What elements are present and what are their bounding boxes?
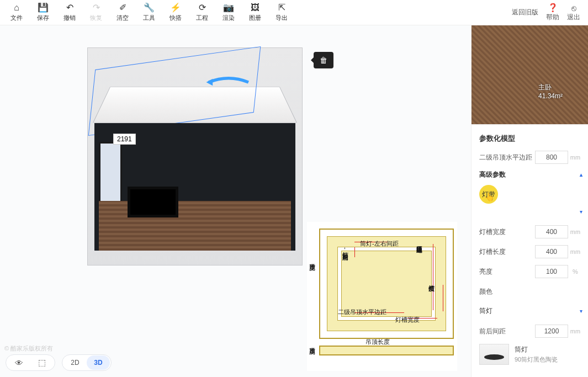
- 3d-canvas[interactable]: 2191 🗑 吊顶宽度 筒灯-左右间距 筒灯-前后间距 二级吊顶水平边距 二级吊…: [0, 25, 471, 377]
- downlight-thumb-row[interactable]: 筒灯 90筒灯黑色陶瓷: [479, 344, 582, 365]
- exit-button[interactable]: ⎋退出: [567, 3, 580, 22]
- exit-icon: ⎋: [571, 3, 576, 13]
- back-old-version-link[interactable]: 返回旧版: [512, 8, 538, 17]
- cube-toggle[interactable]: ⬚: [30, 355, 54, 370]
- album-button[interactable]: 🖼图册: [242, 1, 268, 24]
- chevron-down-icon: ▾: [580, 209, 582, 215]
- slot-width-label: 灯槽宽度: [479, 227, 535, 237]
- help-button[interactable]: ❓帮助: [546, 3, 559, 22]
- fb-spacing-label: 前后间距: [479, 327, 535, 336]
- save-icon: 💾: [38, 3, 49, 13]
- export-button[interactable]: ⇱导出: [268, 1, 295, 24]
- bolt-icon: ⚡: [170, 3, 181, 13]
- view-controls: 👁 ⬚ 2D 3D: [6, 354, 112, 371]
- unit-mm: mm: [568, 154, 582, 161]
- dia-label-lr: 筒灯-左右间距: [360, 240, 399, 248]
- quickbuild-button[interactable]: ⚡快搭: [162, 1, 189, 24]
- eye-toggle[interactable]: 👁: [7, 355, 30, 370]
- thumb-title: 筒灯: [515, 345, 558, 354]
- top-toolbar: ⌂文件 💾保存 ↶撤销 ↷恢复 ✐清空 🔧工具 ⚡快搭 ⟳工程 📷渲染 🖼图册 …: [0, 0, 588, 25]
- export-icon: ⇱: [278, 3, 285, 13]
- downlight-dropdown[interactable]: 筒灯▾: [479, 303, 582, 318]
- redo-icon: ↷: [93, 3, 100, 13]
- room-name: 主卧: [538, 83, 552, 91]
- ceiling-diagram: 吊顶宽度 筒灯-左右间距 筒灯-前后间距 二级吊顶水平边距 二级吊顶竖直边距 灯…: [307, 222, 457, 371]
- render-button[interactable]: 📷渲染: [215, 1, 242, 24]
- param-hmargin-input[interactable]: [535, 151, 568, 164]
- lightstrip-badge[interactable]: 灯带: [479, 185, 498, 204]
- watermark: © 酷家乐版权所有: [4, 344, 53, 353]
- slot-length-label: 灯槽长度: [479, 247, 535, 257]
- properties-panel: ▢ 主卧41.34m² 参数化模型 二级吊顶水平边距 mm 高级参数▴ 灯带 👆…: [471, 25, 588, 377]
- view-2d-button[interactable]: 2D: [63, 355, 87, 370]
- dimension-label[interactable]: 2191: [113, 134, 136, 145]
- brightness-label: 亮度: [479, 267, 535, 277]
- floorplan-minimap[interactable]: ▢ 主卧41.34m²: [472, 25, 588, 125]
- fb-spacing-input[interactable]: [535, 325, 568, 338]
- dia-label-fb: 筒灯-前后间距: [341, 247, 349, 249]
- redo-button[interactable]: ↷恢复: [83, 1, 109, 24]
- dia-label-hmargin: 二级吊顶水平边距: [338, 308, 386, 316]
- window: [99, 142, 122, 208]
- cube-icon: ⬚: [38, 358, 46, 368]
- dia-label-slotw: 灯槽宽度: [395, 316, 420, 324]
- slot-width-input[interactable]: [535, 225, 568, 238]
- undo-button[interactable]: ↶撤销: [56, 1, 83, 24]
- camera-icon: 📷: [223, 3, 234, 13]
- project-button[interactable]: ⟳工程: [189, 1, 215, 24]
- home-icon: ⌂: [14, 3, 19, 13]
- file-button[interactable]: ⌂文件: [3, 1, 30, 24]
- slot-length-input[interactable]: [535, 245, 568, 258]
- clear-button[interactable]: ✐清空: [109, 1, 136, 24]
- ceiling-selection-box[interactable]: [88, 46, 261, 136]
- color-label: 颜色: [479, 287, 582, 296]
- room-area: 41.34m²: [538, 92, 563, 100]
- chevron-up-icon: ▴: [580, 172, 582, 178]
- save-button[interactable]: 💾保存: [30, 1, 56, 24]
- panel-title: 参数化模型: [479, 134, 582, 144]
- image-icon: 🖼: [251, 3, 259, 13]
- param-hmargin-label: 二级吊顶水平边距: [479, 153, 535, 162]
- refresh-icon: ⟳: [199, 3, 206, 13]
- advanced-params-header[interactable]: 高级参数▴: [479, 170, 582, 179]
- wrench-icon: 🔧: [144, 3, 155, 13]
- question-icon: ❓: [548, 3, 558, 13]
- trash-icon: 🗑: [320, 56, 327, 65]
- undo-icon: ↶: [66, 3, 73, 13]
- rotate-arrow-icon: [204, 76, 253, 89]
- room-3d-view[interactable]: [87, 47, 303, 266]
- delete-button[interactable]: 🗑: [314, 52, 333, 68]
- tv: [128, 187, 178, 217]
- tools-button[interactable]: 🔧工具: [136, 1, 162, 24]
- chevron-down-icon: ▾: [580, 308, 582, 314]
- thumb-subtitle: 90筒灯黑色陶瓷: [515, 355, 558, 364]
- dia-label-len: 吊顶长度: [365, 338, 390, 346]
- brightness-input[interactable]: [535, 265, 568, 278]
- eye-icon: 👁: [15, 358, 23, 368]
- downlight-thumbnail[interactable]: [479, 344, 509, 365]
- eraser-icon: ✐: [119, 3, 126, 13]
- svg-marker-0: [206, 79, 213, 86]
- view-3d-button[interactable]: 3D: [87, 355, 110, 370]
